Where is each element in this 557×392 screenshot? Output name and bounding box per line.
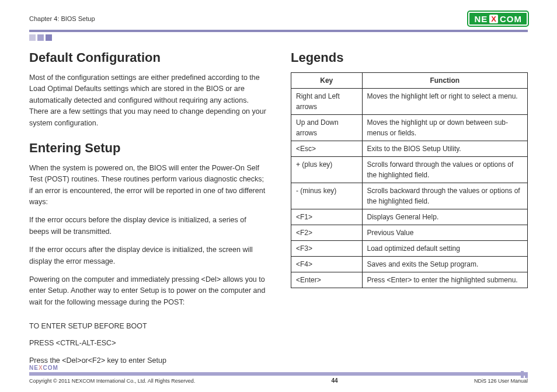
footer-row: Copyright © 2011 NEXCOM International Co…	[29, 377, 528, 384]
cell-key: - (minus key)	[291, 183, 363, 209]
table-row: Up and Down arrowsMoves the highlight up…	[291, 115, 528, 141]
footer-decorative-squares	[521, 371, 528, 378]
cell-function: Load optimized default setting	[362, 241, 528, 257]
page-content: Chapter 4: BIOS Setup NE X COM Default C…	[0, 0, 557, 372]
table-row: + (plus key)Scrolls forward through the …	[291, 157, 528, 183]
square-icon	[29, 34, 36, 41]
setup-line: TO ENTER SETUP BEFORE BOOT	[29, 321, 266, 332]
page-footer: NEXCOM Copyright © 2011 NEXCOM Internati…	[29, 365, 528, 384]
heading-entering-setup: Entering Setup	[29, 141, 266, 156]
cell-key: <Esc>	[291, 141, 363, 157]
logo-text-right: COM	[500, 14, 522, 24]
logo-text-left: NE	[474, 14, 488, 24]
square-icon	[37, 34, 44, 41]
cell-key: <F2>	[291, 225, 363, 241]
setup-line: PRESS <CTRL-ALT-ESC>	[29, 338, 266, 349]
content-columns: Default Configuration Most of the config…	[29, 50, 528, 372]
right-column: Legends Key Function Right and Left arro…	[291, 50, 528, 372]
table-header-row: Key Function	[291, 73, 528, 89]
logo-x-icon: X	[489, 15, 498, 23]
paragraph: Most of the configuration settings are e…	[29, 72, 266, 129]
heading-default-config: Default Configuration	[29, 50, 266, 65]
paragraph: If the error occurs after the display de…	[29, 244, 266, 267]
footer-rule	[29, 372, 528, 376]
manual-name: NDiS 126 User Manual	[474, 378, 528, 384]
footer-logo-left: NE	[29, 365, 39, 371]
cell-function: Moves the highlight up or down between s…	[362, 115, 528, 141]
cell-function: Exits to the BIOS Setup Utility.	[362, 141, 528, 157]
table-row: <Esc>Exits to the BIOS Setup Utility.	[291, 141, 528, 157]
setup-instructions: TO ENTER SETUP BEFORE BOOT PRESS <CTRL-A…	[29, 321, 266, 366]
table-row: Right and Left arrowsMoves the highlight…	[291, 89, 528, 115]
cell-function: Moves the highlight left or right to sel…	[362, 89, 528, 115]
cell-key: <F4>	[291, 257, 363, 272]
paragraph: If the error occurs before the display d…	[29, 215, 266, 237]
header-rule	[29, 30, 528, 32]
cell-key: Up and Down arrows	[291, 115, 363, 141]
table-row: <F4>Saves and exits the Setup program.	[291, 257, 528, 272]
cell-function: Scrolls forward through the values or op…	[362, 157, 528, 183]
cell-function: Previous Value	[362, 225, 528, 241]
footer-logo-right: COM	[43, 365, 58, 371]
chapter-label: Chapter 4: BIOS Setup	[29, 15, 95, 22]
cell-key: Right and Left arrows	[291, 89, 363, 115]
page-header: Chapter 4: BIOS Setup NE X COM	[29, 12, 528, 28]
th-key: Key	[291, 73, 363, 89]
decorative-squares	[29, 34, 528, 41]
nexcom-logo: NE X COM	[468, 12, 528, 26]
legends-tbody: Right and Left arrowsMoves the highlight…	[291, 89, 528, 288]
heading-legends: Legends	[291, 50, 528, 65]
cell-function: Displays General Help.	[362, 209, 528, 225]
paragraph: Powering on the computer and immediately…	[29, 274, 266, 308]
footer-logo-x-icon: X	[39, 365, 43, 371]
cell-function: Press <Enter> to enter the highlighted s…	[362, 272, 528, 288]
table-row: - (minus key)Scrolls backward through th…	[291, 183, 528, 209]
footer-logo: NEXCOM	[29, 365, 528, 371]
table-row: <F3>Load optimized default setting	[291, 241, 528, 257]
left-column: Default Configuration Most of the config…	[29, 50, 266, 372]
square-icon	[46, 34, 52, 41]
cell-key: <F3>	[291, 241, 363, 257]
cell-function: Scrolls backward through the values or o…	[362, 183, 528, 209]
cell-key: <F1>	[291, 209, 363, 225]
page-number: 44	[332, 377, 338, 384]
table-row: <F1>Displays General Help.	[291, 209, 528, 225]
cell-key: <Enter>	[291, 272, 363, 288]
cell-key: + (plus key)	[291, 157, 363, 183]
table-row: <Enter>Press <Enter> to enter the highli…	[291, 272, 528, 288]
th-function: Function	[362, 73, 528, 89]
cell-function: Saves and exits the Setup program.	[362, 257, 528, 272]
paragraph: When the system is powered on, the BIOS …	[29, 163, 266, 208]
copyright-text: Copyright © 2011 NEXCOM International Co…	[29, 378, 195, 384]
table-row: <F2>Previous Value	[291, 225, 528, 241]
legends-table: Key Function Right and Left arrowsMoves …	[291, 72, 528, 288]
